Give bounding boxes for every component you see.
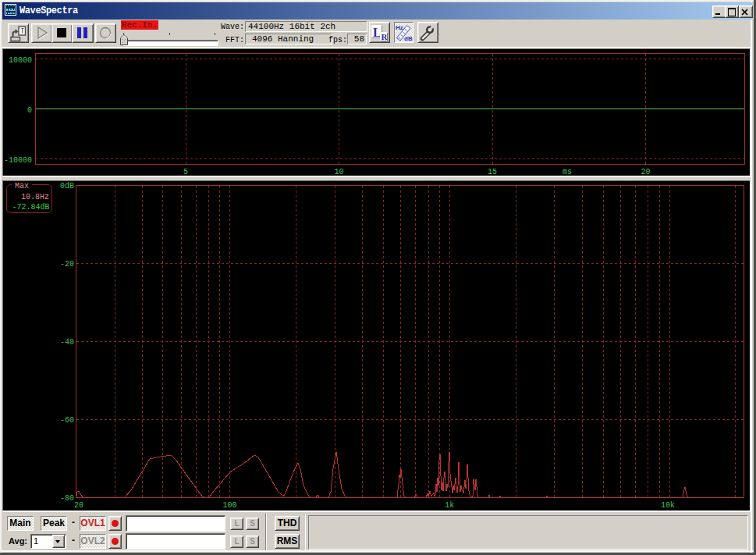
svg-text:20: 20	[74, 501, 83, 510]
svg-text:0: 0	[27, 106, 32, 115]
svg-text:ms: ms	[563, 168, 572, 176]
svg-text:R: R	[382, 32, 389, 41]
svg-text:1k: 1k	[445, 501, 454, 510]
svg-text:Hz: Hz	[396, 24, 403, 31]
svg-text:-60: -60	[60, 416, 74, 425]
svg-text:10k: 10k	[661, 501, 675, 510]
svg-text:5: 5	[183, 168, 188, 176]
svg-text:15: 15	[488, 168, 497, 176]
svg-text:100: 100	[222, 501, 236, 510]
svg-text:Max: Max	[15, 182, 29, 190]
svg-text:10.8Hz: 10.8Hz	[21, 193, 49, 201]
svg-text:-80: -80	[60, 494, 74, 503]
svg-text:dB: dB	[404, 35, 413, 42]
svg-text:10000: 10000	[9, 56, 32, 65]
svg-text:-20: -20	[60, 260, 74, 269]
svg-text:20: 20	[641, 168, 650, 176]
svg-text:-10000: -10000	[4, 156, 32, 165]
svg-text:-40: -40	[60, 338, 74, 347]
svg-text:-72.84dB: -72.84dB	[12, 203, 49, 212]
svg-text:0dB: 0dB	[60, 182, 74, 190]
svg-text:10: 10	[334, 168, 343, 176]
